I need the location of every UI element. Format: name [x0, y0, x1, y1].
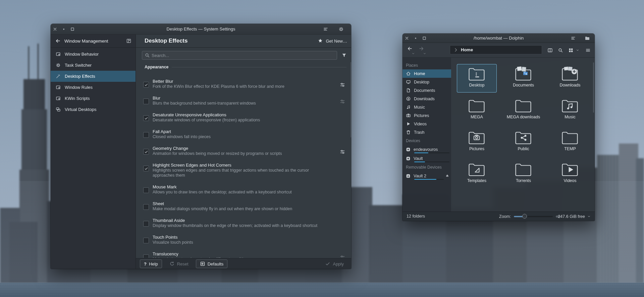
effect-checkbox[interactable] — [143, 115, 149, 121]
desktops-icon — [56, 107, 61, 112]
folder-torrents[interactable]: Torrents — [500, 159, 547, 191]
places-item-trash[interactable]: Trash — [402, 128, 451, 136]
folder-temp[interactable]: TEMP — [547, 127, 593, 159]
places-item-downloads[interactable]: Downloads — [402, 95, 451, 103]
zoom-slider-handle[interactable] — [522, 214, 527, 219]
back-icon — [407, 46, 413, 51]
effect-checkbox[interactable] — [143, 99, 149, 104]
device-item-vault-2[interactable]: Vault 2 — [402, 171, 451, 180]
folder-music[interactable]: Music — [547, 96, 593, 127]
effect-row-translucency: TranslucencyMake windows translucent und… — [143, 251, 346, 258]
folder-icon[interactable] — [585, 36, 590, 41]
effect-checkbox[interactable] — [143, 187, 149, 193]
configure-effect-button[interactable] — [340, 99, 345, 104]
close-button[interactable] — [402, 34, 411, 43]
device-item-endeavouros[interactable]: endeavouros — [402, 145, 451, 154]
folder-videos[interactable]: Videos — [547, 159, 593, 191]
settings-content: Desktop Effects Get New… Appearance Bett… — [136, 35, 351, 269]
effect-row-mouse-mark: Mouse MarkAllows you to draw lines on th… — [143, 184, 346, 195]
folder-public[interactable]: Public — [500, 127, 547, 159]
sidebar-item-desktop-effects[interactable]: Desktop Effects — [51, 71, 136, 82]
places-item-videos[interactable]: Videos — [402, 120, 451, 128]
places-item-desktop[interactable]: Desktop — [402, 78, 451, 86]
places-item-music[interactable]: Music — [402, 103, 451, 111]
folder-templates[interactable]: Templates — [453, 159, 500, 191]
breadcrumb[interactable]: Home — [450, 45, 542, 54]
effect-checkbox[interactable] — [143, 149, 149, 155]
configure-effect-button[interactable] — [340, 149, 345, 155]
sidebar-item-virtual-desktops[interactable]: Virtual Desktops — [51, 104, 136, 115]
effect-checkbox[interactable] — [143, 166, 149, 171]
folder-pictures[interactable]: Pictures — [453, 127, 500, 159]
folder-icon — [561, 162, 579, 177]
effect-checkbox[interactable] — [143, 132, 149, 138]
close-button[interactable] — [51, 24, 59, 34]
folder-desktop[interactable]: Desktop — [453, 64, 500, 96]
gear-icon[interactable] — [338, 26, 344, 32]
zoom-slider[interactable] — [514, 216, 553, 217]
help-button[interactable]: ?Help — [140, 259, 162, 268]
folder-count: 12 folders — [407, 214, 425, 219]
back-button[interactable] — [407, 46, 413, 51]
places-item-pictures[interactable]: Pictures — [402, 111, 451, 120]
maximize-button[interactable] — [420, 34, 429, 43]
effect-row-desaturate-unresponsive-applications: Desaturate Unresponsive ApplicationsDesa… — [143, 112, 346, 123]
back-button[interactable] — [55, 38, 61, 44]
view-mode-button[interactable] — [568, 48, 580, 53]
apply-button[interactable]: Apply — [321, 259, 348, 268]
folder-documents[interactable]: Documents — [500, 64, 547, 96]
defaults-button[interactable]: Defaults — [196, 259, 228, 268]
sidebar-item-task-switcher[interactable]: Task Switcher — [51, 60, 136, 71]
scrollbar[interactable] — [351, 62, 351, 137]
effect-row-better-blur: Better BlurFork of the KWin Blur effect … — [143, 79, 346, 89]
window-icon — [56, 85, 61, 90]
sidebar-toggle-icon[interactable] — [126, 38, 131, 44]
configure-effect-button[interactable] — [340, 82, 345, 87]
search-button[interactable] — [558, 48, 563, 53]
filter-icon[interactable] — [341, 53, 347, 58]
folder-mega[interactable]: MEGA — [453, 96, 500, 127]
settings-titlebar[interactable]: Desktop Effects — System Settings — [51, 24, 351, 35]
configure-effect-button[interactable] — [340, 255, 345, 258]
split-view-button[interactable] — [547, 48, 553, 53]
window-title: /home/wombat — Dolphin — [402, 36, 595, 41]
minimize-button[interactable] — [59, 24, 68, 34]
removable-drive-icon — [406, 174, 411, 178]
capacity-bar — [414, 162, 449, 163]
effect-checkbox[interactable] — [143, 238, 149, 243]
eject-button[interactable] — [445, 173, 449, 178]
effect-checkbox[interactable] — [143, 82, 149, 87]
minimize-button[interactable] — [411, 34, 420, 43]
folder-mega-downloads[interactable]: MEGA downloads — [500, 96, 547, 127]
sidebar-item-window-behavior[interactable]: Window Behavior — [51, 49, 136, 60]
reset-button[interactable]: Reset — [165, 259, 193, 268]
effect-checkbox[interactable] — [143, 221, 149, 227]
effect-checkbox[interactable] — [143, 254, 149, 258]
window-icon — [56, 52, 61, 57]
breadcrumb-location[interactable]: Home — [461, 47, 473, 52]
camera-icon — [406, 113, 411, 118]
trash-icon — [406, 130, 411, 135]
titlebar-applet-icon[interactable] — [323, 26, 328, 32]
forward-button[interactable] — [419, 46, 424, 51]
menu-button[interactable] — [585, 48, 591, 53]
folder-downloads[interactable]: Downloads — [547, 64, 593, 96]
scrollbar[interactable] — [593, 62, 594, 113]
maximize-icon — [422, 36, 427, 41]
settings-sidebar: Window Management Window BehaviorTask Sw… — [51, 35, 136, 269]
sidebar-item-window-rules[interactable]: Window Rules — [51, 82, 136, 93]
device-item-vault[interactable]: Vault — [402, 154, 451, 163]
places-item-home[interactable]: Home — [402, 69, 451, 78]
dolphin-titlebar[interactable]: /home/wombat — Dolphin — [402, 34, 595, 43]
maximize-button[interactable] — [68, 24, 77, 34]
get-new-button[interactable]: Get New… — [318, 38, 347, 44]
search-input[interactable] — [142, 51, 337, 60]
chevron-down-icon[interactable] — [586, 214, 592, 219]
sidebar-item-kwin-scripts[interactable]: KWin Scripts — [51, 93, 136, 104]
places-item-documents[interactable]: Documents — [402, 86, 451, 95]
window-title: Desktop Effects — System Settings — [51, 26, 351, 32]
titlebar-applet-icon[interactable] — [571, 36, 576, 41]
window-icon — [56, 96, 61, 101]
file-icon — [406, 88, 411, 93]
effect-checkbox[interactable] — [143, 204, 149, 210]
